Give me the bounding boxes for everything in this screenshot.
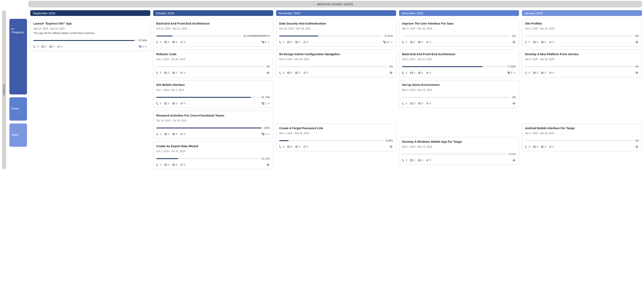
task-card[interactable]: Re-Design Admin Configuration Navigation… xyxy=(276,50,396,77)
metric-branches[interactable]: 0 xyxy=(402,102,407,105)
task-card[interactable]: Android Mobile Interface For TangoJan 1,… xyxy=(522,124,642,151)
task-card[interactable]: Data Security And AuthenticationNov 18, … xyxy=(276,19,396,46)
metric-branches[interactable]: 0 xyxy=(525,71,530,74)
metric-links[interactable]: 0 xyxy=(303,41,308,44)
metric-schedule[interactable]: 0 xyxy=(410,159,415,162)
metric-branches[interactable]: 0 xyxy=(402,71,407,74)
add-subtask-button[interactable] xyxy=(389,145,393,149)
metric-schedule[interactable]: 0 xyxy=(41,45,46,48)
task-card[interactable]: Launch "Espress-Oh!" AppSep 10, 2024 - S… xyxy=(30,19,150,51)
metric-branches[interactable]: 0 xyxy=(156,133,161,136)
metric-comments[interactable]: 0 xyxy=(541,71,546,74)
metric-branches[interactable]: 0 xyxy=(156,71,161,74)
metric-schedule[interactable]: 0 xyxy=(164,41,169,44)
metric-schedule[interactable]: 0 xyxy=(410,41,415,44)
subtask-count[interactable]: 4 xyxy=(261,133,270,136)
month-header[interactable]: September 2024 xyxy=(30,10,150,16)
add-subtask-button[interactable] xyxy=(389,71,393,75)
metric-branches[interactable]: 0 xyxy=(279,145,284,148)
add-subtask-button[interactable] xyxy=(635,71,639,75)
metric-schedule[interactable]: 0 xyxy=(164,102,169,105)
metric-comments[interactable]: 0 xyxy=(49,45,54,48)
task-card[interactable]: Improve The User Interface For SaasDec 3… xyxy=(399,19,519,46)
metric-branches[interactable]: 0 xyxy=(402,41,407,44)
metric-links[interactable]: 0 xyxy=(426,159,431,162)
metric-comments[interactable]: 0 xyxy=(418,159,423,162)
metric-schedule[interactable]: 0 xyxy=(164,71,169,74)
metric-schedule[interactable]: 0 xyxy=(410,102,415,105)
metric-branches[interactable]: 0 xyxy=(279,41,284,44)
metric-links[interactable]: 0 xyxy=(180,41,185,44)
metric-links[interactable]: 0 xyxy=(549,145,554,148)
task-card[interactable]: Create An Export Data WizardOct 1, 2024 … xyxy=(153,142,273,169)
metric-links[interactable]: 0 xyxy=(180,71,185,74)
metric-links[interactable]: 0 xyxy=(180,133,185,136)
month-header[interactable]: November 2024 xyxy=(276,10,396,16)
metric-comments[interactable]: 0 xyxy=(295,71,300,74)
task-card[interactable]: Back-End And Front-End ArchitectureOct 3… xyxy=(153,19,273,46)
metric-comments[interactable]: 0 xyxy=(172,41,177,44)
metric-comments[interactable]: 0 xyxy=(172,163,177,166)
subtask-count[interactable]: 4 xyxy=(138,45,147,48)
metric-branches[interactable]: 0 xyxy=(156,102,161,105)
metric-links[interactable]: 0 xyxy=(426,102,431,105)
metric-branches[interactable]: 0 xyxy=(156,41,161,44)
subtask-count[interactable]: 10 xyxy=(383,41,393,44)
add-subtask-button[interactable] xyxy=(512,158,516,162)
metric-comments[interactable]: 0 xyxy=(541,41,546,44)
metric-branches[interactable]: 0 xyxy=(156,163,161,166)
metric-links[interactable]: 0 xyxy=(426,71,431,74)
metric-links[interactable]: 0 xyxy=(549,41,554,44)
metric-links[interactable]: 0 xyxy=(180,163,185,166)
metric-comments[interactable]: 0 xyxy=(172,133,177,136)
metric-comments[interactable]: 0 xyxy=(172,71,177,74)
metric-schedule[interactable]: 0 xyxy=(533,145,538,148)
metric-comments[interactable]: 0 xyxy=(418,71,423,74)
add-subtask-button[interactable] xyxy=(635,145,639,149)
metric-branches[interactable]: 0 xyxy=(33,45,38,48)
metric-comments[interactable]: 0 xyxy=(295,41,300,44)
metric-schedule[interactable]: 0 xyxy=(287,71,292,74)
metric-schedule[interactable]: 0 xyxy=(533,41,538,44)
status-open[interactable]: Open xyxy=(10,124,27,147)
subtask-count[interactable]: 8 xyxy=(507,71,516,74)
metric-branches[interactable]: 0 xyxy=(525,41,530,44)
status-done[interactable]: Done xyxy=(10,97,27,120)
metric-links[interactable]: 0 xyxy=(303,71,308,74)
status-in-progress[interactable]: In Progress xyxy=(10,19,27,94)
metric-schedule[interactable]: 0 xyxy=(287,41,292,44)
metric-schedule[interactable]: 0 xyxy=(164,163,169,166)
metric-comments[interactable]: 0 xyxy=(172,102,177,105)
metric-branches[interactable]: 0 xyxy=(279,71,284,74)
metric-links[interactable]: 0 xyxy=(303,145,308,148)
task-card[interactable]: Site ProfilesJan 1, 2025 - Jan 15, 20250… xyxy=(522,19,642,46)
metric-comments[interactable]: 0 xyxy=(541,145,546,148)
task-card[interactable]: Develop A New Platform From ServiceJan 8… xyxy=(522,50,642,77)
add-subtask-button[interactable] xyxy=(266,71,270,75)
metric-branches[interactable]: 0 xyxy=(402,159,407,162)
metric-comments[interactable]: 0 xyxy=(418,41,423,44)
add-subtask-button[interactable] xyxy=(512,40,516,44)
add-subtask-button[interactable] xyxy=(512,102,516,106)
metric-schedule[interactable]: 0 xyxy=(287,145,292,148)
task-card[interactable]: Set Up Demo EnvironmentDec 4, 2024 - Dec… xyxy=(399,80,519,108)
task-card[interactable]: Develop A Windows Mobile App For TangoDe… xyxy=(399,137,519,165)
metric-comments[interactable]: 0 xyxy=(295,145,300,148)
metric-schedule[interactable]: 0 xyxy=(164,133,169,136)
metric-schedule[interactable]: 0 xyxy=(410,71,415,74)
task-card[interactable]: Create A Forgot Password LinkNov 1, 2024… xyxy=(276,124,396,151)
metric-schedule[interactable]: 0 xyxy=(533,71,538,74)
task-card[interactable]: IOS Mobile InterfaceOct 1, 2024 - Oct 1,… xyxy=(153,80,273,108)
metric-links[interactable]: 0 xyxy=(549,71,554,74)
metric-links[interactable]: 0 xyxy=(180,102,185,105)
metric-comments[interactable]: 0 xyxy=(418,102,423,105)
subtask-count[interactable]: 1 xyxy=(261,102,270,105)
add-subtask-button[interactable] xyxy=(266,163,270,167)
task-card[interactable]: Refactor CodeOct 1, 2024 - Oct 28, 20240… xyxy=(153,50,273,77)
add-subtask-button[interactable] xyxy=(635,40,639,44)
month-header[interactable]: January 2025 xyxy=(522,10,642,16)
metric-links[interactable]: 0 xyxy=(57,45,62,48)
task-card[interactable]: Research Activities For Cross-Functional… xyxy=(153,111,273,138)
subtask-count[interactable]: 9 xyxy=(261,41,270,44)
metric-branches[interactable]: 0 xyxy=(525,145,530,148)
